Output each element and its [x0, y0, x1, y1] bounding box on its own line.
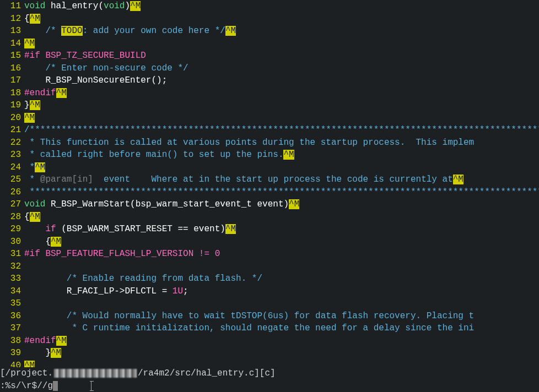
code-line[interactable]: 24 *^M — [0, 161, 539, 174]
line-number: 15 — [0, 50, 24, 62]
text-cursor-icon — [91, 381, 91, 391]
code-line[interactable]: 34 R_FACI_LP->DFLCTL = 1U; — [0, 285, 539, 298]
code-line[interactable]: 26 *************************************… — [0, 186, 539, 199]
code-line[interactable]: 11void hal_entry(void)^M — [0, 0, 539, 13]
code-line[interactable]: 39 }^M — [0, 347, 539, 360]
line-number: 40 — [0, 360, 24, 368]
code-content[interactable]: {^M — [24, 236, 539, 248]
code-line[interactable]: 38#endif^M — [0, 335, 539, 347]
code-content[interactable]: {^M — [24, 13, 539, 25]
code-content[interactable]: /***************************************… — [24, 124, 539, 137]
code-content[interactable]: #if BSP_FEATURE_FLASH_LP_VERSION != 0 — [24, 248, 539, 260]
line-number: 33 — [0, 273, 24, 285]
code-content[interactable]: if (BSP_WARM_START_RESET == event)^M — [24, 223, 539, 236]
code-line[interactable]: 16 /* Enter non-secure code */ — [0, 62, 539, 75]
code-content[interactable]: void hal_entry(void)^M — [24, 0, 539, 13]
vim-editor[interactable]: 11void hal_entry(void)^M12{^M13 /* TODO:… — [0, 0, 539, 392]
line-number: 35 — [0, 297, 24, 310]
code-line[interactable]: 21/*************************************… — [0, 124, 539, 137]
command-line[interactable]: :%s/\r$//g — [0, 380, 539, 393]
line-number: 23 — [0, 149, 24, 161]
line-number: 26 — [0, 186, 24, 199]
line-number: 34 — [0, 285, 24, 298]
code-line[interactable]: 29 if (BSP_WARM_START_RESET == event)^M — [0, 223, 539, 236]
line-number: 12 — [0, 13, 24, 25]
code-content[interactable] — [24, 297, 539, 310]
line-number: 14 — [0, 37, 24, 50]
code-content[interactable]: {^M — [24, 211, 539, 224]
line-number: 27 — [0, 198, 24, 211]
code-content[interactable]: R_FACI_LP->DFLCTL = 1U; — [24, 285, 539, 298]
line-number: 22 — [0, 137, 24, 149]
line-number: 31 — [0, 248, 24, 260]
code-line[interactable]: 40^M — [0, 360, 539, 368]
code-content[interactable]: * @param[in] event Where at in the start… — [24, 173, 539, 186]
line-number: 13 — [0, 25, 24, 37]
code-content[interactable]: * C runtime initialization, should negat… — [24, 322, 539, 335]
line-number: 37 — [0, 322, 24, 335]
line-number: 19 — [0, 99, 24, 112]
file-path-suffix: /ra4m2/src/hal_entry.c][c] — [138, 367, 276, 380]
code-content[interactable]: /* Enter non-secure code */ — [24, 62, 539, 75]
line-number: 30 — [0, 236, 24, 248]
line-number: 24 — [0, 161, 24, 174]
code-content[interactable]: /* Would normally have to wait tDSTOP(6u… — [24, 310, 539, 323]
line-number: 17 — [0, 74, 24, 87]
code-content[interactable]: ****************************************… — [24, 186, 539, 199]
code-line[interactable]: 27void R_BSP_WarmStart(bsp_warm_start_ev… — [0, 198, 539, 211]
line-number: 25 — [0, 173, 24, 186]
code-content[interactable] — [24, 260, 539, 273]
line-number: 20 — [0, 112, 24, 124]
code-content[interactable]: /* TODO: add your own code here */^M — [24, 25, 539, 37]
code-line[interactable]: 23 * called right before main() to set u… — [0, 149, 539, 161]
code-line[interactable]: 22 * This function is called at various … — [0, 137, 539, 149]
code-line[interactable]: 37 * C runtime initialization, should ne… — [0, 322, 539, 335]
code-content[interactable]: #endif^M — [24, 87, 539, 100]
code-line[interactable]: 28{^M — [0, 211, 539, 224]
code-line[interactable]: 35 — [0, 297, 539, 310]
code-line[interactable]: 33 /* Enable reading from data flash. */ — [0, 273, 539, 285]
code-content[interactable]: ^M — [24, 112, 539, 124]
line-number: 16 — [0, 62, 24, 75]
code-area[interactable]: 11void hal_entry(void)^M12{^M13 /* TODO:… — [0, 0, 539, 367]
line-number: 29 — [0, 223, 24, 236]
code-content[interactable]: * called right before main() to set up t… — [24, 149, 539, 161]
line-number: 39 — [0, 347, 24, 360]
file-path-prefix: [/project. — [0, 367, 53, 380]
line-number: 11 — [0, 0, 24, 13]
code-content[interactable]: }^M — [24, 99, 539, 112]
obscured-path — [54, 369, 137, 378]
code-content[interactable]: ^M — [24, 360, 539, 368]
line-number: 18 — [0, 87, 24, 100]
code-line[interactable]: 14^M — [0, 37, 539, 50]
line-number: 28 — [0, 211, 24, 224]
line-number: 38 — [0, 335, 24, 347]
code-content[interactable]: }^M — [24, 347, 539, 360]
cursor — [53, 381, 58, 391]
code-content[interactable]: #if BSP_TZ_SECURE_BUILD — [24, 50, 539, 62]
code-line[interactable]: 32 — [0, 260, 539, 273]
command-text: :%s/\r$//g — [0, 380, 53, 393]
code-line[interactable]: 20^M — [0, 112, 539, 124]
code-line[interactable]: 18#endif^M — [0, 87, 539, 100]
code-line[interactable]: 12{^M — [0, 13, 539, 25]
code-line[interactable]: 19}^M — [0, 99, 539, 112]
code-line[interactable]: 30 {^M — [0, 236, 539, 248]
code-content[interactable]: /* Enable reading from data flash. */ — [24, 273, 539, 285]
code-content[interactable]: *^M — [24, 161, 539, 174]
code-line[interactable]: 25 * @param[in] event Where at in the st… — [0, 173, 539, 186]
code-line[interactable]: 36 /* Would normally have to wait tDSTOP… — [0, 310, 539, 323]
code-content[interactable]: #endif^M — [24, 335, 539, 347]
line-number: 36 — [0, 310, 24, 323]
line-number: 21 — [0, 124, 24, 137]
line-number: 32 — [0, 260, 24, 273]
code-content[interactable]: R_BSP_NonSecureEnter(); — [24, 74, 539, 87]
status-bar: [/project./ra4m2/src/hal_entry.c][c] — [0, 367, 539, 380]
code-line[interactable]: 13 /* TODO: add your own code here */^M — [0, 25, 539, 37]
code-content[interactable]: * This function is called at various poi… — [24, 137, 539, 149]
code-line[interactable]: 15#if BSP_TZ_SECURE_BUILD — [0, 50, 539, 62]
code-line[interactable]: 31#if BSP_FEATURE_FLASH_LP_VERSION != 0 — [0, 248, 539, 260]
code-line[interactable]: 17 R_BSP_NonSecureEnter(); — [0, 74, 539, 87]
code-content[interactable]: ^M — [24, 37, 539, 50]
code-content[interactable]: void R_BSP_WarmStart(bsp_warm_start_even… — [24, 198, 539, 211]
